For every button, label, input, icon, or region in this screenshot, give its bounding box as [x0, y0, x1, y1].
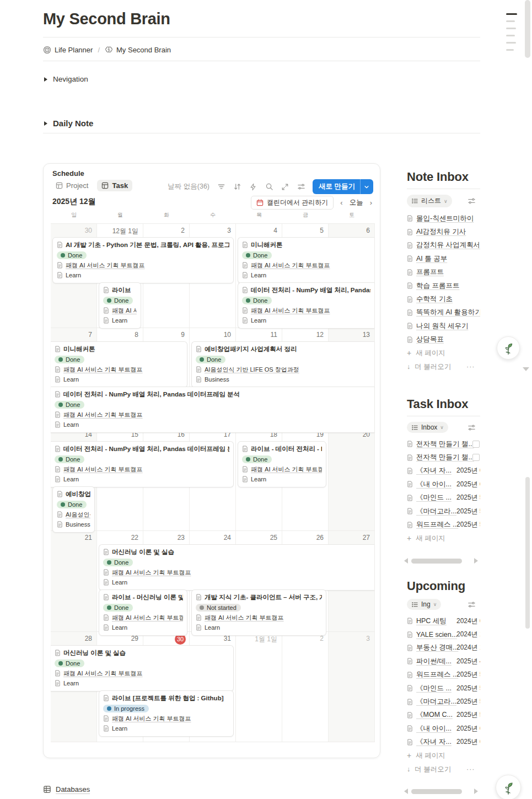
settings-sliders-icon[interactable] — [467, 423, 476, 432]
event-relation-link[interactable]: Learn — [55, 678, 229, 688]
item-checkbox[interactable] — [472, 441, 480, 448]
manage-in-calendar-button[interactable]: 캘린더에서 관리하기 — [251, 196, 334, 210]
settings-sliders-icon[interactable] — [297, 183, 305, 191]
list-item[interactable]: 《MOM C...2025년 5 — [407, 709, 480, 722]
list-item[interactable]: HPC 세팅2024년 6 — [407, 614, 480, 628]
expand-icon[interactable] — [281, 183, 289, 191]
event-relation-link[interactable]: Learn — [55, 420, 370, 430]
item-checkbox[interactable] — [472, 454, 480, 461]
settings-sliders-icon[interactable] — [467, 600, 476, 609]
today-button[interactable]: 오늘 — [350, 198, 363, 207]
filter-icon[interactable] — [217, 183, 225, 191]
list-item[interactable]: 프롬프트 — [407, 266, 480, 279]
list-item[interactable]: 《마더고라...2025년 5 — [407, 695, 480, 708]
list-item[interactable]: 《마더고라...2025년 5 — [407, 505, 480, 518]
calendar-event-card[interactable]: 개발 지식 기초- 클라이언트 – 서버 구조, 개발 방법...Not sta… — [191, 589, 326, 636]
scroll-right-arrow[interactable] — [474, 558, 478, 564]
event-relation-link[interactable]: Learn — [55, 374, 183, 384]
list-item[interactable]: 수학적 기초 — [407, 292, 480, 305]
task-inbox-horizontal-scrollbar[interactable] — [404, 558, 479, 564]
event-relation-link[interactable]: 패캠 AI 서비스 기획 부트캠프 — [103, 613, 183, 623]
calendar-event-card[interactable]: 미니해커톤Done패캠 AI 서비스 기획 부트캠프Learn — [238, 237, 374, 283]
note-inbox-view-selector[interactable]: 리스트∨ — [407, 195, 452, 207]
event-relation-link[interactable]: Business — [57, 519, 90, 529]
list-item[interactable]: 전자책 만들기 챌... — [407, 437, 480, 451]
list-item[interactable]: 《마인드 ...2025년 5 — [407, 491, 480, 505]
upcoming-horizontal-scrollbar[interactable] — [404, 789, 479, 794]
list-item[interactable]: 《마인드 ...2025년 5 — [407, 682, 480, 695]
list-item[interactable]: AI감정치유 기사 — [407, 225, 480, 238]
calendar-event-card[interactable]: 라이브 - 머신러닝 이론 및 실습Done패캠 AI 서비스 기획 부트캠프L… — [99, 589, 187, 636]
list-item[interactable]: 똑똑하게 AI 활용하기 — [407, 306, 480, 319]
calendar-event-card[interactable]: 데이터 전처리 - NumPy 배열 처리, Pandas 데이...Done패… — [238, 282, 374, 329]
event-relation-link[interactable]: Learn — [103, 577, 370, 587]
calendar-day-cell[interactable]: 20 — [329, 428, 375, 530]
scroll-down-arrow[interactable] — [523, 367, 529, 371]
calendar-day-cell[interactable]: 21 — [51, 531, 97, 631]
list-item[interactable]: 워드프레스 ...2025년 5 — [407, 518, 480, 531]
event-relation-link[interactable]: 패캠 AI 서비스 기획 부트캠프 — [55, 668, 229, 678]
list-item[interactable]: 전자책 만들기 챌... — [407, 451, 480, 464]
scroll-left-arrow[interactable] — [404, 558, 408, 564]
calendar-event-card[interactable]: 머신러닝 이론 및 실습Done패캠 AI 서비스 기획 부트캠프Learn — [99, 544, 374, 591]
search-icon[interactable] — [265, 183, 273, 191]
event-relation-link[interactable]: Learn — [103, 723, 229, 733]
list-item[interactable]: 《자녀 자...2025년 6 — [407, 464, 480, 478]
list-item[interactable]: 《자녀 자...2025년 6 — [407, 736, 480, 749]
list-item[interactable]: 상담목표 — [407, 333, 480, 346]
upcoming-view-selector[interactable]: Ing∨ — [407, 599, 441, 610]
more-options-icon[interactable]: ··· — [466, 765, 475, 773]
assistant-sprout-widget[interactable] — [496, 775, 521, 799]
calendar-event-card[interactable]: 예비창업...DoneAI음성인식 기반Business — [52, 486, 95, 533]
list-item[interactable]: 학습 프롬프트 — [407, 279, 480, 292]
load-more-button[interactable]: ↓더 불러오기··· — [407, 763, 480, 776]
calendar-event-card[interactable]: 데이터 전처리 - NumPy 배열 처리, Pandas 데이터프레임 분석D… — [51, 387, 374, 433]
scrollbar-thumb[interactable] — [411, 789, 462, 794]
event-relation-link[interactable]: Learn — [242, 474, 322, 484]
no-date-filter[interactable]: 날짜 없음(36) — [168, 182, 209, 191]
calendar-event-card[interactable]: 라이브Done패캠 AI 서비스Learn — [99, 282, 141, 329]
event-relation-link[interactable]: 패캠 AI 서비스 기획 부트캠프 — [55, 410, 370, 420]
calendar-day-cell[interactable]: 2 — [282, 632, 329, 742]
calendar-day-cell[interactable]: 1월 1일 — [236, 632, 282, 742]
event-relation-link[interactable]: 패캠 AI 서비스 기획 부트캠프 — [242, 305, 370, 315]
event-relation-link[interactable]: Business — [196, 374, 370, 384]
load-more-button[interactable]: ↓더 불러오기··· — [407, 360, 480, 374]
list-item[interactable]: 몰입-칙센트미하이 — [407, 212, 480, 225]
table-of-contents-indicator[interactable] — [506, 13, 517, 51]
event-relation-link[interactable]: Learn — [242, 315, 370, 325]
page-vertical-scrollbar[interactable] — [525, 0, 530, 58]
tab-project[interactable]: Project — [51, 180, 93, 191]
new-page-button[interactable]: +새 페이지 — [407, 532, 480, 545]
side-vertical-scrollbar[interactable] — [525, 477, 530, 629]
list-item[interactable]: 나의 원칙 세우기 — [407, 319, 480, 333]
event-relation-link[interactable]: Learn — [55, 474, 229, 484]
lightning-icon[interactable] — [249, 183, 257, 191]
settings-sliders-icon[interactable] — [467, 197, 476, 205]
event-relation-link[interactable]: 패캠 AI 서비스 기획 부트캠프 — [242, 260, 370, 270]
event-relation-link[interactable]: AI음성인식 기반 — [57, 510, 90, 519]
tab-task[interactable]: Task — [97, 180, 132, 191]
event-relation-link[interactable]: Learn — [196, 623, 322, 632]
event-relation-link[interactable]: Learn — [57, 270, 229, 280]
event-relation-link[interactable]: 패캠 AI 서비스 기획 부트캠프 — [57, 260, 229, 270]
list-item[interactable]: 감정치유 사업계획서 — [407, 239, 480, 252]
new-page-button[interactable]: +새 페이지 — [407, 346, 480, 360]
event-relation-link[interactable]: 패캠 AI 서비스 기획 부트캠프 — [55, 464, 229, 474]
calendar-event-card[interactable]: 데이터 전처리 - NumPy 배열 처리, Pandas 데이터프레임 분석D… — [51, 441, 234, 487]
event-relation-link[interactable]: 패캠 AI 서비스 기획 부트캠프 — [196, 613, 322, 623]
event-relation-link[interactable]: 패캠 AI 서비스 — [103, 305, 137, 315]
list-item[interactable]: 워드프레스 ...2025년 5 — [407, 668, 480, 682]
breadcrumb-my-second-brain[interactable]: My Second Brain — [105, 46, 171, 54]
scroll-right-arrow[interactable] — [474, 789, 478, 794]
event-relation-link[interactable]: 패캠 AI 서비스 기획 부트캠프 — [103, 567, 370, 577]
calendar-event-card[interactable]: 미니해커톤Done패캠 AI 서비스 기획 부트캠프Learn — [51, 341, 187, 388]
list-item[interactable]: 부동산 경매...2024년 12 — [407, 641, 480, 655]
calendar-event-card[interactable]: AI 개발 기초 - Python 기본 문법, 크롤링, API 활용, 프로… — [52, 237, 234, 283]
event-relation-link[interactable]: 패캠 AI 서비스 기획 부트캠프 — [242, 464, 322, 474]
scroll-left-arrow[interactable] — [404, 789, 408, 794]
calendar-event-card[interactable]: 라이브 [프로젝트를 위한 협업 : Github]In progress패캠 … — [99, 690, 234, 737]
task-inbox-view-selector[interactable]: Inbox∨ — [407, 422, 448, 433]
list-item[interactable]: 《내 아이...2025년 6 — [407, 478, 480, 491]
calendar-day-cell[interactable]: 3 — [329, 632, 375, 742]
